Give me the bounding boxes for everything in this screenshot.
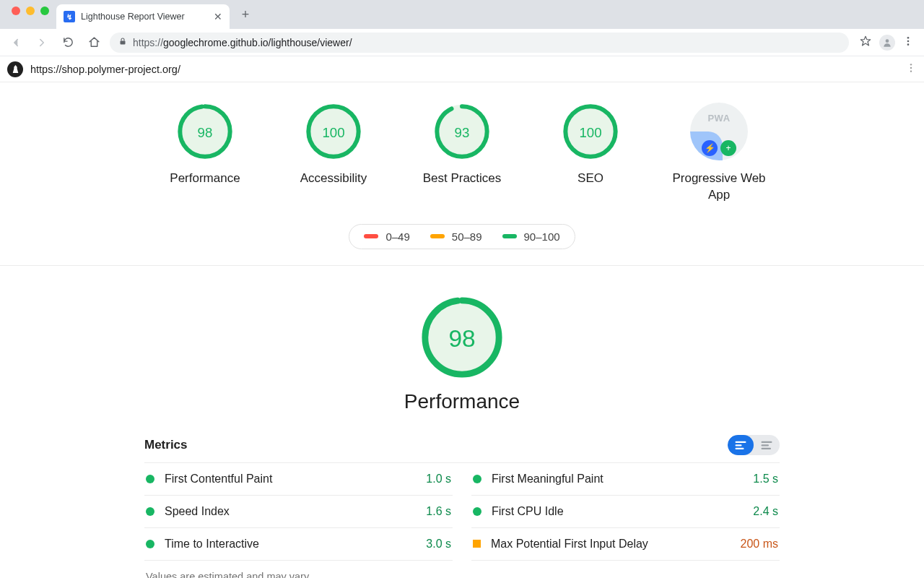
performance-title: Performance	[404, 390, 520, 413]
performance-hero: 98 Performance	[0, 295, 924, 413]
profile-avatar-button[interactable]	[879, 35, 895, 51]
metric-name: First Contentful Paint	[165, 473, 272, 486]
svg-point-1	[886, 39, 889, 43]
gauge-label: Progressive Web App	[672, 171, 766, 204]
gauge-pwa[interactable]: PWA ⚡ + Progressive Web App	[672, 103, 766, 204]
svg-rect-25	[736, 448, 744, 449]
pass-indicator-icon	[146, 540, 154, 548]
metric-value: 3.0 s	[426, 538, 451, 551]
metric-name: Speed Index	[165, 505, 230, 518]
metric-name: First CPU Idle	[492, 505, 564, 518]
tested-url: https://shop.polymer-project.org/	[30, 64, 180, 75]
metrics-view-toggle	[728, 435, 780, 455]
gauge-performance[interactable]: 98 Performance	[158, 103, 252, 204]
svg-point-3	[907, 40, 910, 42]
score-legend: 0–49 50–89 90–100	[349, 224, 575, 249]
report-header-bar: https://shop.polymer-project.org/	[0, 56, 924, 82]
view-toggle-expanded-button[interactable]	[728, 435, 754, 455]
tab-strip: ↯ Lighthouse Report Viewer ✕ +	[0, 0, 924, 29]
toolbar-right	[855, 35, 918, 51]
url-text: https://googlechrome.github.io/lighthous…	[133, 37, 352, 48]
bookmark-star-icon[interactable]	[859, 35, 872, 51]
metric-row[interactable]: Time to Interactive 3.0 s	[144, 528, 453, 561]
metric-name: Max Potential First Input Delay	[491, 538, 648, 551]
metric-name: Time to Interactive	[165, 538, 259, 551]
lighthouse-logo-icon	[7, 61, 23, 77]
close-window-button[interactable]	[12, 7, 20, 15]
performance-big-gauge: 98	[419, 295, 505, 380]
legend-average: 50–89	[430, 230, 482, 243]
metric-row[interactable]: Speed Index 1.6 s	[144, 496, 453, 528]
metric-value: 1.6 s	[426, 505, 451, 518]
minimize-window-button[interactable]	[26, 7, 35, 15]
installable-icon: +	[720, 140, 736, 156]
gauge-label: Performance	[170, 171, 240, 187]
category-gauges-row: 98 Performance 100 Accessibility 93 Best…	[0, 82, 924, 215]
svg-rect-27	[762, 444, 770, 446]
gauge-label: Accessibility	[300, 171, 367, 187]
gauge-seo[interactable]: 100 SEO	[544, 103, 637, 204]
metrics-disclaimer: Values are estimated and may vary.	[144, 561, 780, 578]
svg-text:98: 98	[448, 325, 475, 352]
browser-tab[interactable]: ↯ Lighthouse Report Viewer ✕	[56, 4, 230, 29]
legend-fail: 0–49	[364, 230, 409, 243]
close-tab-button[interactable]: ✕	[214, 11, 222, 22]
pass-indicator-icon	[146, 507, 154, 516]
browser-toolbar: https://googlechrome.github.io/lighthous…	[0, 29, 924, 56]
metric-row[interactable]: First CPU Idle 2.4 s	[471, 496, 780, 528]
new-tab-button[interactable]: +	[235, 4, 256, 25]
metrics-grid: First Contentful Paint 1.0 s Speed Index…	[144, 462, 780, 561]
home-button[interactable]	[84, 33, 104, 53]
maximize-window-button[interactable]	[40, 7, 49, 15]
forward-button[interactable]	[32, 33, 52, 53]
svg-rect-23	[736, 441, 746, 443]
metric-row[interactable]: Max Potential First Input Delay 200 ms	[471, 528, 780, 561]
gauge-label: Best Practices	[423, 171, 502, 187]
svg-point-2	[907, 37, 910, 39]
metrics-heading: Metrics	[144, 438, 188, 452]
gauge-label: SEO	[578, 171, 603, 187]
svg-text:98: 98	[198, 125, 213, 140]
average-indicator-icon	[473, 540, 481, 548]
metric-row[interactable]: First Contentful Paint 1.0 s	[144, 463, 453, 496]
report-menu-button[interactable]	[905, 62, 917, 77]
lock-icon	[118, 36, 127, 48]
metrics-section: Metrics First Contentful Paint 1.0 s	[144, 435, 780, 578]
browser-chrome: ↯ Lighthouse Report Viewer ✕ + https://g…	[0, 0, 924, 56]
metric-value: 2.4 s	[753, 505, 778, 518]
fast-reliable-icon: ⚡	[702, 140, 718, 156]
svg-rect-24	[736, 444, 742, 446]
reload-button[interactable]	[58, 33, 78, 53]
pass-indicator-icon	[146, 475, 154, 483]
metric-name: First Meaningful Paint	[492, 473, 603, 486]
pwa-badge-icon: PWA ⚡ +	[690, 103, 748, 160]
window-controls	[7, 7, 56, 22]
svg-rect-28	[762, 448, 772, 449]
metric-row[interactable]: First Meaningful Paint 1.5 s	[471, 463, 780, 496]
metric-value: 1.5 s	[753, 473, 778, 486]
legend-swatch-green-icon	[502, 234, 517, 238]
pass-indicator-icon	[473, 475, 481, 483]
legend-swatch-red-icon	[364, 234, 378, 238]
metric-value: 1.0 s	[426, 473, 451, 486]
report-content[interactable]: 98 Performance 100 Accessibility 93 Best…	[0, 82, 924, 578]
gauge-accessibility[interactable]: 100 Accessibility	[287, 103, 380, 204]
back-button[interactable]	[6, 33, 26, 53]
svg-text:100: 100	[579, 125, 601, 140]
svg-text:100: 100	[322, 125, 344, 140]
svg-text:93: 93	[455, 125, 470, 140]
metric-value: 200 ms	[741, 538, 778, 551]
svg-point-7	[910, 70, 912, 72]
legend-pass: 90–100	[502, 230, 560, 243]
chrome-menu-button[interactable]	[902, 35, 914, 50]
address-bar[interactable]: https://googlechrome.github.io/lighthous…	[110, 33, 849, 53]
svg-point-4	[907, 43, 910, 46]
legend-swatch-orange-icon	[430, 234, 445, 238]
svg-point-5	[910, 64, 912, 65]
pass-indicator-icon	[473, 507, 481, 516]
gauge-best-practices[interactable]: 93 Best Practices	[415, 103, 509, 204]
view-toggle-compact-button[interactable]	[754, 435, 780, 455]
tab-title: Lighthouse Report Viewer	[81, 12, 185, 22]
svg-rect-26	[762, 441, 772, 443]
svg-rect-0	[121, 41, 126, 45]
